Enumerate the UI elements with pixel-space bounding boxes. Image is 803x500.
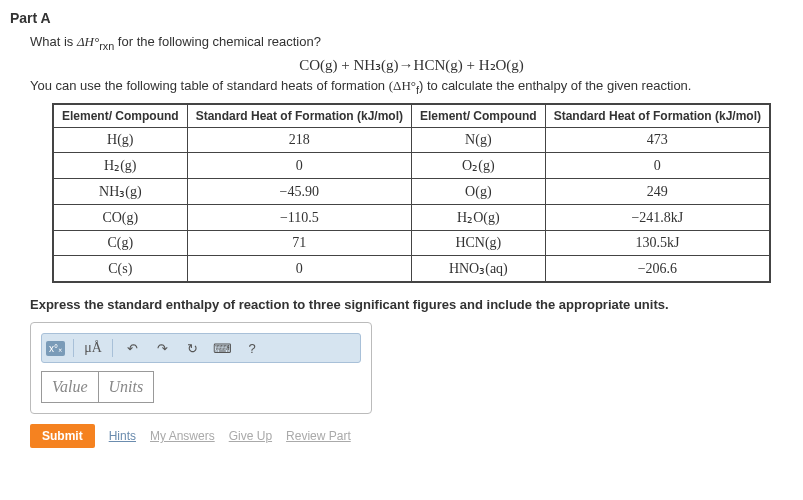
review-part-link[interactable]: Review Part <box>286 429 351 443</box>
cell: O(g) <box>412 179 546 205</box>
cell: 71 <box>187 231 411 256</box>
input-row: Value Units <box>41 371 361 403</box>
q-pre: What is <box>30 34 77 49</box>
q-post: for the following chemical reaction? <box>114 34 321 49</box>
value-input[interactable]: Value <box>41 371 98 403</box>
keyboard-icon[interactable]: ⌨ <box>211 338 233 358</box>
th1: Element/ Compound <box>53 104 187 128</box>
reset-icon[interactable]: ↻ <box>181 338 203 358</box>
th2: Standard Heat of Formation (kJ/mol) <box>187 104 411 128</box>
give-up-link[interactable]: Give Up <box>229 429 272 443</box>
answer-box: x°ₓ μÅ ↶ ↷ ↻ ⌨ ? Value Units <box>30 322 372 414</box>
cell: 473 <box>545 128 770 153</box>
units-input[interactable]: Units <box>98 371 155 403</box>
cell: NH₃(g) <box>53 179 187 205</box>
cell: H₂O(g) <box>412 205 546 231</box>
cell: O₂(g) <box>412 153 546 179</box>
question-text: What is ΔH°rxn for the following chemica… <box>30 34 793 52</box>
heats-table: Element/ Compound Standard Heat of Forma… <box>52 103 771 283</box>
cell: −110.5 <box>187 205 411 231</box>
th3: Element/ Compound <box>412 104 546 128</box>
help-icon[interactable]: ? <box>241 338 263 358</box>
cell: 0 <box>187 256 411 283</box>
hints-link[interactable]: Hints <box>109 429 136 443</box>
th4: Standard Heat of Formation (kJ/mol) <box>545 104 770 128</box>
cell: −45.90 <box>187 179 411 205</box>
table-row: C(g)71HCN(g)130.5kJ <box>53 231 770 256</box>
cell: CO(g) <box>53 205 187 231</box>
cell: −241.8kJ <box>545 205 770 231</box>
cell: 130.5kJ <box>545 231 770 256</box>
cell: 0 <box>545 153 770 179</box>
cell: C(g) <box>53 231 187 256</box>
instruction: Express the standard enthalpy of reactio… <box>30 297 793 312</box>
submit-button[interactable]: Submit <box>30 424 95 448</box>
table-row: H(g)218N(g)473 <box>53 128 770 153</box>
cell: HCN(g) <box>412 231 546 256</box>
template-icon[interactable]: x°ₓ <box>46 341 65 356</box>
cell: N(g) <box>412 128 546 153</box>
cell: 0 <box>187 153 411 179</box>
st-post: ) to calculate the enthalpy of the given… <box>419 78 691 93</box>
cell: C(s) <box>53 256 187 283</box>
cell: −206.6 <box>545 256 770 283</box>
subtext: You can use the following table of stand… <box>30 78 793 96</box>
toolbar: x°ₓ μÅ ↶ ↷ ↻ ⌨ ? <box>41 333 361 363</box>
cell: H₂(g) <box>53 153 187 179</box>
table-row: H₂(g)0O₂(g)0 <box>53 153 770 179</box>
q-sub: rxn <box>99 40 114 52</box>
part-label: Part A <box>10 10 793 26</box>
separator <box>112 339 113 357</box>
footer: Submit Hints My Answers Give Up Review P… <box>30 424 793 448</box>
cell: HNO₃(aq) <box>412 256 546 283</box>
table-header-row: Element/ Compound Standard Heat of Forma… <box>53 104 770 128</box>
units-button[interactable]: μÅ <box>82 338 104 358</box>
table-row: NH₃(g)−45.90O(g)249 <box>53 179 770 205</box>
separator <box>73 339 74 357</box>
cell: 218 <box>187 128 411 153</box>
st-var: (ΔH° <box>389 78 416 93</box>
cell: H(g) <box>53 128 187 153</box>
my-answers-link[interactable]: My Answers <box>150 429 215 443</box>
table-row: CO(g)−110.5H₂O(g)−241.8kJ <box>53 205 770 231</box>
redo-icon[interactable]: ↷ <box>151 338 173 358</box>
q-var: ΔH° <box>77 34 99 49</box>
table-row: C(s)0HNO₃(aq)−206.6 <box>53 256 770 283</box>
st-pre: You can use the following table of stand… <box>30 78 389 93</box>
equation: CO(g) + NH₃(g)→HCN(g) + H₂O(g) <box>30 56 793 74</box>
undo-icon[interactable]: ↶ <box>121 338 143 358</box>
cell: 249 <box>545 179 770 205</box>
